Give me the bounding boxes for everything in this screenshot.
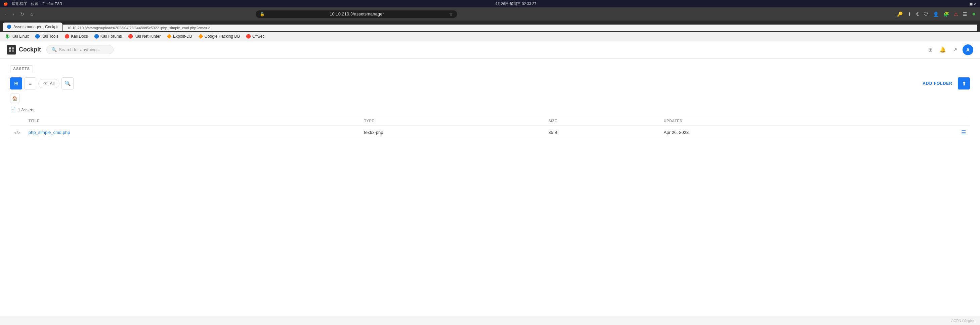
bookmark-icon: 🔵 bbox=[94, 34, 99, 39]
os-apps-menu[interactable]: 应用程序 bbox=[12, 2, 27, 6]
bookmark-label: Kali Linux bbox=[11, 34, 29, 39]
upload-icon: ⬆ bbox=[962, 80, 966, 87]
toolbar-right: 🔑 ⬇ € 🛡 👤 🧩 ⚠ ☰ ● bbox=[896, 10, 977, 19]
bookmark-item[interactable]: 🔵Kali Tools bbox=[33, 33, 61, 39]
address-bar-input[interactable] bbox=[267, 11, 447, 16]
bookmark-item[interactable]: 🔶Exploit-DB bbox=[164, 33, 194, 39]
asset-count-row: 📄 1 Assets bbox=[10, 107, 970, 112]
extensions-icon[interactable]: 🧩 bbox=[942, 10, 950, 18]
warning-icon[interactable]: ⚠ bbox=[953, 10, 959, 18]
bookmark-item[interactable]: 🔴Kali NetHunter bbox=[126, 33, 163, 39]
nav-reload-button[interactable]: ↻ bbox=[19, 11, 26, 18]
nav-forward-button[interactable]: › bbox=[11, 11, 16, 18]
asset-count-text: 1 Assets bbox=[18, 107, 34, 112]
euro-icon[interactable]: € bbox=[915, 10, 920, 18]
table-row: </> php_simple_cmd.php text/x-php 35 B A… bbox=[10, 126, 970, 139]
header-right: ⊞ 🔔 ↗ A bbox=[927, 45, 973, 55]
toolbar-row: ⊞ ≡ 👁 All 🔍 ADD FOLDER ⬆ bbox=[10, 77, 970, 90]
search-icon: 🔍 bbox=[51, 47, 57, 52]
bookmark-label: Kali NetHunter bbox=[134, 34, 161, 39]
search-placeholder-text: Search for anything... bbox=[59, 47, 100, 52]
nav-back-button[interactable]: ‹ bbox=[3, 11, 8, 18]
file-link[interactable]: php_simple_cmd.php bbox=[29, 130, 70, 135]
col-size: SIZE bbox=[544, 116, 660, 126]
col-actions bbox=[884, 116, 970, 126]
footer-text: ©GDN ©Jugbe! bbox=[951, 319, 975, 323]
bookmark-item[interactable]: 🔵Kali Forums bbox=[92, 33, 124, 39]
add-folder-button[interactable]: ADD FOLDER bbox=[923, 81, 953, 86]
address-lock-icon: 🔒 bbox=[260, 12, 265, 16]
os-clock: 4月26日 星期三 02:33:27 bbox=[495, 2, 536, 6]
os-bar-left: 🍎 应用程序 位置 Firefox ESR bbox=[3, 2, 62, 6]
code-file-icon: </> bbox=[14, 130, 21, 135]
bookmark-icon: 🔴 bbox=[246, 34, 251, 39]
os-window-controls[interactable]: ▣ ✕ bbox=[969, 2, 977, 6]
list-view-button[interactable]: ≡ bbox=[24, 77, 36, 90]
file-type-cell: text/x-php bbox=[360, 126, 544, 139]
svg-rect-1 bbox=[12, 48, 14, 50]
tabs-bar: 🔵 Assetsmanager - Cockpit 10.10.210.3/st… bbox=[0, 21, 980, 31]
nav-home-button[interactable]: ⌂ bbox=[29, 11, 35, 18]
filter-dropdown[interactable]: 👁 All bbox=[38, 79, 59, 88]
os-bar-right: ▣ ✕ bbox=[969, 2, 977, 6]
assets-table: TITLE TYPE SIZE UPDATED </> php_simple_c… bbox=[10, 116, 970, 139]
address-bar-container[interactable]: 🔒 ☆ bbox=[256, 10, 457, 18]
active-tab[interactable]: 🔵 Assetsmanager - Cockpit bbox=[3, 22, 62, 31]
tab-url-preview: 10.10.210.3/storage/uploads/2023/04/26/6… bbox=[63, 24, 977, 31]
bookmark-item[interactable]: 🔴Kali Docs bbox=[62, 33, 91, 39]
eye-icon: 👁 bbox=[43, 81, 48, 86]
upload-button[interactable]: ⬆ bbox=[958, 77, 970, 90]
shield-icon[interactable]: 🛡 bbox=[923, 10, 929, 18]
breadcrumb-row: 🏠 bbox=[10, 93, 970, 103]
browser-toolbar: ‹ › ↻ ⌂ 🔒 ☆ 🔑 ⬇ € 🛡 👤 🧩 ⚠ ☰ ● bbox=[0, 7, 980, 21]
os-bar: 🍎 应用程序 位置 Firefox ESR 4月26日 星期三 02:33:27… bbox=[0, 0, 980, 7]
bookmark-item[interactable]: 🔶Google Hacking DB bbox=[196, 33, 242, 39]
home-breadcrumb-button[interactable]: 🏠 bbox=[10, 93, 19, 103]
menu-icon[interactable]: ☰ bbox=[962, 10, 968, 18]
file-actions-cell[interactable]: ☰ bbox=[884, 126, 970, 139]
file-size-cell: 35 B bbox=[544, 126, 660, 139]
svg-rect-3 bbox=[12, 50, 14, 52]
search-button[interactable]: 🔍 bbox=[62, 77, 73, 90]
os-apple-icon[interactable]: 🍎 bbox=[3, 2, 8, 6]
notification-icon[interactable]: 🔔 bbox=[938, 45, 947, 54]
page-footer: ©GDN ©Jugbe! bbox=[0, 316, 980, 325]
logo-icon bbox=[7, 45, 16, 54]
profile-icon[interactable]: 👤 bbox=[932, 10, 940, 18]
circle-icon: ● bbox=[971, 10, 977, 19]
main-content: ASSETS ⊞ ≡ 👁 All 🔍 ADD FOLDER ⬆ 🏠 📄 1 As… bbox=[0, 59, 980, 316]
bookmark-item[interactable]: 🐉Kali Linux bbox=[3, 33, 31, 39]
svg-rect-2 bbox=[9, 50, 11, 52]
col-type: TYPE bbox=[360, 116, 544, 126]
bookmark-label: Exploit-DB bbox=[173, 34, 192, 39]
tab-label: Assetsmanager - Cockpit bbox=[13, 24, 59, 29]
table-header-row: TITLE TYPE SIZE UPDATED bbox=[10, 116, 970, 126]
bookmark-label: Kali Tools bbox=[41, 34, 59, 39]
grid-view-button[interactable]: ⊞ bbox=[10, 77, 22, 90]
layers-icon[interactable]: ⊞ bbox=[927, 45, 934, 54]
section-label: ASSETS bbox=[10, 65, 33, 72]
file-title-cell[interactable]: php_simple_cmd.php bbox=[24, 126, 360, 139]
app-logo: Cockpit bbox=[7, 45, 41, 54]
arrow-icon[interactable]: ↗ bbox=[951, 45, 958, 54]
bookmark-item[interactable]: 🔴OffSec bbox=[243, 33, 267, 39]
app-header: Cockpit 🔍 Search for anything... ⊞ 🔔 ↗ A bbox=[0, 41, 980, 59]
search-bar[interactable]: 🔍 Search for anything... bbox=[46, 45, 113, 54]
bookmark-icon: 🐉 bbox=[5, 34, 10, 39]
user-avatar[interactable]: A bbox=[963, 45, 973, 55]
keyhole-icon[interactable]: 🔑 bbox=[896, 10, 904, 18]
filter-label: All bbox=[50, 81, 54, 86]
bookmarks-bar: 🐉Kali Linux🔵Kali Tools🔴Kali Docs🔵Kali Fo… bbox=[0, 32, 980, 41]
row-menu-button[interactable]: ☰ bbox=[961, 129, 966, 136]
os-firefox-label: Firefox ESR bbox=[42, 2, 62, 6]
browser-chrome: ‹ › ↻ ⌂ 🔒 ☆ 🔑 ⬇ € 🛡 👤 🧩 ⚠ ☰ ● 🔵 Assetsma… bbox=[0, 7, 980, 32]
address-star-icon[interactable]: ☆ bbox=[449, 11, 453, 17]
tab-favicon-icon: 🔵 bbox=[7, 24, 11, 29]
download-icon[interactable]: ⬇ bbox=[907, 10, 912, 18]
bookmark-icon: 🔶 bbox=[198, 34, 203, 39]
bookmark-icon: 🔶 bbox=[167, 34, 172, 39]
os-location-menu[interactable]: 位置 bbox=[31, 2, 38, 6]
file-updated-cell: Apr 26, 2023 bbox=[660, 126, 884, 139]
col-icon bbox=[10, 116, 24, 126]
file-count-icon: 📄 bbox=[10, 107, 16, 112]
